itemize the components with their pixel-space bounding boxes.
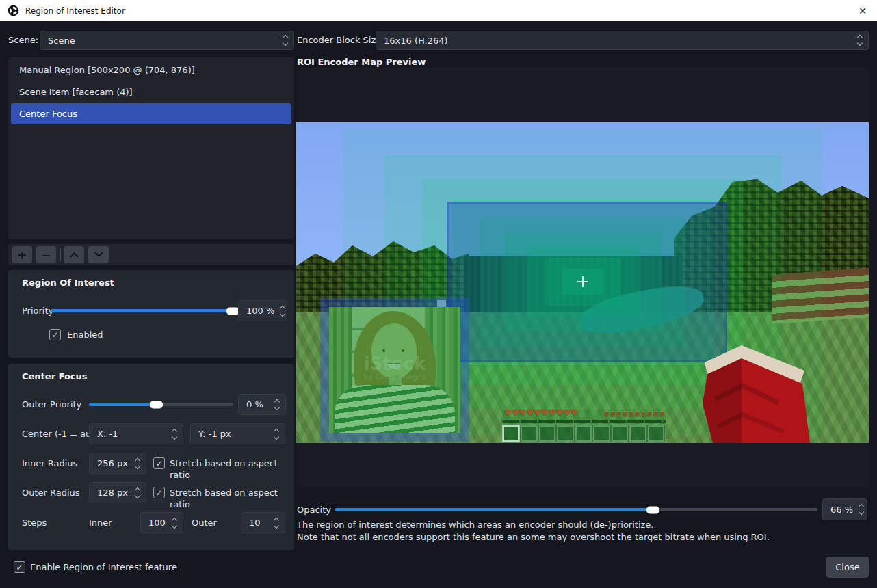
- slider-track[interactable]: [51, 309, 233, 312]
- scene-label: Scene:: [8, 31, 38, 50]
- enabled-label: Enabled: [67, 329, 103, 340]
- spinbox-arrows[interactable]: [129, 488, 146, 498]
- inner-radius-label: Inner Radius: [22, 453, 77, 474]
- arrow-up-icon: [70, 252, 79, 261]
- center-x-spinbox[interactable]: X: -1: [89, 423, 183, 444]
- enabled-checkbox[interactable]: ✓: [49, 329, 61, 340]
- slider-fill: [89, 403, 157, 406]
- priority-label: Priority: [22, 300, 53, 321]
- window-close-button[interactable]: ✕: [855, 3, 870, 18]
- chevron-up-icon: [135, 487, 140, 492]
- chevron-up-icon: [172, 428, 177, 433]
- encoder-combobox-value: 16x16 (H.264): [376, 36, 852, 46]
- chevron-up-icon: [172, 517, 177, 522]
- steps-outer-label: Outer: [192, 512, 217, 533]
- slider-handle[interactable]: [150, 401, 163, 408]
- chevron-down-icon: [274, 433, 279, 439]
- chevron-up-icon: [274, 428, 279, 433]
- chevron-down-icon: [283, 40, 288, 46]
- list-item-center-focus[interactable]: Center Focus: [11, 103, 291, 124]
- center-y-value: Y: -1 px: [191, 429, 268, 439]
- check-icon: ✓: [16, 563, 23, 572]
- outer-priority-slider[interactable]: [89, 394, 233, 415]
- minus-icon: −: [41, 248, 51, 262]
- chevron-up-icon: [274, 399, 280, 404]
- outer-priority-spinbox[interactable]: 0 %: [238, 394, 286, 415]
- chevron-down-icon: [274, 522, 279, 528]
- steps-inner-label: Inner: [89, 512, 112, 533]
- steps-outer-value: 10: [241, 518, 268, 528]
- slider-fill: [51, 309, 233, 312]
- chevron-down-icon: [135, 463, 140, 468]
- priority-slider[interactable]: [51, 300, 233, 321]
- inner-radius-spinbox[interactable]: 256 px: [89, 453, 146, 474]
- steps-label: Steps: [22, 512, 47, 533]
- check-icon: ✓: [51, 331, 58, 339]
- plus-icon: +: [17, 248, 27, 262]
- list-item-manual-region[interactable]: Manual Region [500x200 @ (704, 876)]: [11, 59, 291, 81]
- move-region-down-button[interactable]: [88, 246, 109, 263]
- preview-title: ROI Encoder Map Preview: [297, 57, 426, 67]
- priority-spinbox[interactable]: 100 %: [238, 300, 286, 321]
- chevron-down-icon: [280, 310, 285, 316]
- inner-stretch-label: Stretch based on aspect ratio: [170, 457, 294, 481]
- title-bar: Region of Interest Editor ✕: [0, 0, 877, 21]
- outer-radius-spinbox[interactable]: 128 px: [89, 482, 146, 503]
- add-region-button[interactable]: +: [12, 246, 32, 263]
- priority-value: 100 %: [239, 306, 274, 316]
- chevron-down-icon: [135, 492, 140, 498]
- chevron-down-icon: [274, 404, 280, 410]
- window-title: Region of Interest Editor: [25, 6, 125, 16]
- roi-encoder-map-preview[interactable]: iStock by Getty Images ♥♥♥♥♥♥♥♥♥♥: [296, 122, 869, 443]
- outer-radius-value: 128 px: [90, 487, 129, 498]
- outer-stretch-checkbox[interactable]: ✓: [153, 487, 165, 498]
- inner-stretch-checkbox[interactable]: ✓: [153, 457, 165, 469]
- combobox-spinner[interactable]: [277, 36, 293, 45]
- chevron-up-icon: [280, 305, 285, 310]
- spinbox-arrows[interactable]: [269, 400, 285, 410]
- description-line-1: The region of interest determines which …: [297, 519, 653, 531]
- combobox-spinner[interactable]: [852, 36, 868, 45]
- center-y-spinbox[interactable]: Y: -1 px: [190, 423, 285, 444]
- roi-editor-dialog: Region of Interest Editor ✕ Scene: Scene…: [0, 0, 877, 588]
- arrow-down-icon: [94, 248, 103, 257]
- spinbox-arrows[interactable]: [268, 518, 285, 528]
- move-region-up-button[interactable]: [64, 246, 84, 263]
- remove-region-button[interactable]: −: [36, 246, 56, 263]
- opacity-value: 66 %: [823, 505, 853, 515]
- encoder-block-size-label: Encoder Block Size: [297, 31, 381, 50]
- spinbox-arrows[interactable]: [268, 429, 285, 439]
- chevron-up-icon: [274, 517, 279, 522]
- obs-logo-icon: [8, 5, 19, 16]
- spinbox-arrows[interactable]: [129, 459, 146, 468]
- enable-roi-feature-checkbox[interactable]: ✓: [14, 561, 25, 573]
- slider-handle[interactable]: [646, 506, 659, 513]
- encoder-block-size-combobox[interactable]: 16x16 (H.264): [376, 31, 869, 50]
- steps-outer-spinbox[interactable]: 10: [241, 512, 285, 533]
- chevron-down-icon: [859, 509, 864, 515]
- chevron-up-icon: [135, 457, 140, 463]
- inner-radius-value: 256 px: [90, 458, 129, 468]
- chevron-down-icon: [857, 40, 863, 46]
- opacity-slider[interactable]: [335, 499, 817, 520]
- center-x-value: X: -1: [90, 429, 166, 439]
- slider-track[interactable]: [335, 508, 817, 511]
- list-toolbar: + −: [8, 244, 294, 265]
- outer-priority-value: 0 %: [239, 399, 269, 410]
- steps-inner-spinbox[interactable]: 100: [140, 512, 183, 533]
- spinbox-arrows[interactable]: [274, 306, 291, 316]
- steps-inner-value: 100: [141, 518, 166, 528]
- scene-combobox[interactable]: Scene: [40, 31, 294, 50]
- spinbox-arrows[interactable]: [166, 518, 183, 528]
- outer-radius-label: Outer Radius: [22, 482, 80, 503]
- enable-roi-feature-label: Enable Region of Interest feature: [30, 561, 177, 573]
- chevron-down-icon: [172, 522, 177, 528]
- spinbox-arrows[interactable]: [166, 429, 183, 439]
- roi-panel-title: Region Of Interest: [22, 278, 114, 288]
- opacity-spinbox[interactable]: 66 %: [822, 498, 867, 520]
- outer-priority-label: Outer Priority: [22, 394, 81, 415]
- close-button[interactable]: Close: [826, 557, 869, 578]
- spinbox-arrows[interactable]: [853, 505, 869, 514]
- list-item-scene-item[interactable]: Scene Item [facecam (4)]: [11, 81, 291, 103]
- slider-track[interactable]: [89, 403, 233, 406]
